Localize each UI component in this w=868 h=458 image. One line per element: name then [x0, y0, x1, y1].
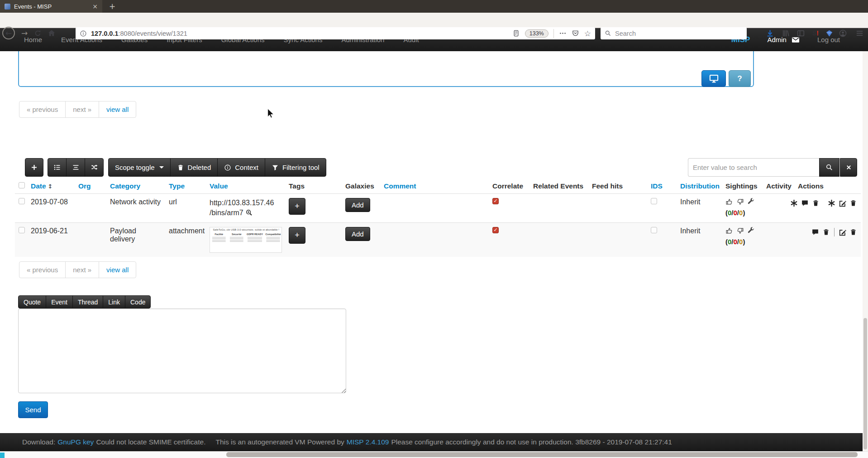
actions-cell [798, 198, 857, 207]
library-icon[interactable] [781, 29, 790, 38]
tab-title: Events - MISP [14, 3, 89, 10]
compact-view-button[interactable] [66, 158, 85, 177]
edit-icon[interactable] [839, 228, 846, 236]
comment-icon[interactable] [811, 228, 819, 236]
add-galaxy-button[interactable]: Add [345, 198, 370, 212]
search-input[interactable] [615, 30, 743, 37]
attribute-category: Payload delivery [106, 223, 165, 257]
thumbs-down-icon[interactable] [736, 227, 744, 235]
ids-checkbox[interactable] [651, 198, 657, 204]
trash-icon[interactable] [849, 199, 857, 207]
browser-tab[interactable]: Events - MISP × [0, 0, 102, 13]
shuffle-button[interactable] [85, 158, 104, 177]
forward-button[interactable]: → [19, 28, 30, 39]
previous-page-button[interactable]: « previous [19, 101, 65, 117]
scrapbook-icon[interactable]: S! [811, 29, 820, 38]
downloads-icon[interactable] [765, 29, 774, 38]
next-page-button[interactable]: next » [65, 262, 99, 278]
value-lookup-icon[interactable] [245, 209, 253, 217]
sidebar-icon[interactable] [796, 29, 805, 38]
pocket-icon[interactable] [572, 29, 579, 37]
scope-toggle-button[interactable]: Scope toggle [108, 158, 171, 177]
screenshot-button[interactable] [701, 70, 726, 87]
attribute-search-box [688, 158, 819, 177]
add-tag-button[interactable]: + [289, 227, 305, 244]
previous-page-button[interactable]: « previous [19, 262, 65, 278]
url-bar[interactable]: 127.0.0.1:8080/events/view/1321 133% ☆ [76, 27, 595, 39]
ids-checkbox[interactable] [651, 227, 657, 233]
asterisk-icon[interactable] [828, 199, 835, 207]
thumbs-up-icon[interactable] [725, 198, 733, 206]
comment-textarea-wrap [18, 309, 346, 393]
refresh-button[interactable] [33, 28, 43, 38]
edit-icon[interactable] [839, 199, 846, 207]
help-button[interactable]: ? [729, 70, 751, 87]
col-header-date[interactable]: Date↕ [27, 179, 75, 194]
attribute-search-button[interactable] [819, 158, 839, 177]
col-header-type[interactable]: Type [165, 179, 206, 194]
col-header-activity: Activity [763, 179, 794, 194]
filtering-tool-button[interactable]: Filtering tool [265, 158, 326, 177]
send-button[interactable]: Send [18, 401, 48, 418]
tab-thread[interactable]: Thread [72, 295, 103, 309]
trash-icon[interactable] [849, 228, 857, 236]
view-all-button[interactable]: view all [99, 262, 136, 278]
gnupg-key-link[interactable]: GnuPG key [57, 438, 94, 446]
row-checkbox[interactable] [19, 227, 25, 233]
firefox-search-box[interactable] [601, 27, 747, 39]
deleted-button[interactable]: Deleted [170, 158, 218, 177]
attribute-search-clear-button[interactable] [840, 158, 857, 177]
view-all-button[interactable]: view all [99, 101, 136, 117]
trash-icon[interactable] [812, 199, 820, 207]
col-header-category[interactable]: Category [106, 179, 165, 194]
col-header-correlate: Correlate [489, 179, 529, 194]
reader-mode-icon[interactable] [512, 29, 520, 37]
correlate-checkbox[interactable] [492, 227, 499, 233]
wrench-icon[interactable] [747, 198, 755, 206]
menu-icon[interactable] [855, 29, 864, 38]
add-tag-button[interactable]: + [289, 198, 305, 215]
account-icon[interactable] [838, 29, 847, 38]
attachment-thumbnail[interactable]: SafeToGo, clé USB 3.0 sécurisée, solide … [210, 227, 282, 253]
wrench-icon[interactable] [747, 227, 755, 235]
context-button[interactable]: Context [217, 158, 265, 177]
col-header-value[interactable]: Value [206, 179, 285, 194]
vertical-scrollbar-thumb[interactable] [863, 318, 867, 449]
comment-textarea[interactable] [19, 309, 346, 393]
comment-icon[interactable] [801, 199, 809, 207]
row-checkbox[interactable] [19, 198, 25, 204]
bookmark-star-icon[interactable]: ☆ [584, 29, 591, 38]
add-attribute-button[interactable] [25, 158, 43, 177]
attribute-search-input[interactable] [693, 164, 815, 171]
tab-event[interactable]: Event [46, 295, 73, 309]
site-info-icon[interactable] [80, 30, 87, 37]
col-header-distribution[interactable]: Distribution [677, 179, 722, 194]
tab-close-icon[interactable]: × [92, 3, 98, 10]
thumbs-down-icon[interactable] [736, 198, 744, 206]
col-header-ids[interactable]: IDS [647, 179, 677, 194]
col-header-comment[interactable]: Comment [380, 179, 489, 194]
horizontal-scrollbar-thumb[interactable] [226, 452, 858, 457]
new-tab-button[interactable]: + [106, 0, 119, 13]
tab-link[interactable]: Link [103, 295, 125, 309]
browser-window: Events - MISP × + ← → 127.0.0.1:8080/eve… [0, 0, 868, 458]
thumbs-up-icon[interactable] [725, 227, 733, 235]
misp-version-link[interactable]: MISP 2.4.109 [347, 438, 389, 446]
trash-icon[interactable] [822, 228, 830, 236]
tab-quote[interactable]: Quote [18, 295, 46, 309]
filter-group: Scope toggle Deleted Context Filtering t… [108, 158, 326, 177]
next-page-button[interactable]: next » [65, 101, 99, 117]
zoom-level-badge[interactable]: 133% [525, 29, 548, 38]
home-button[interactable] [47, 28, 57, 38]
back-button[interactable]: ← [2, 27, 15, 39]
extension-icon[interactable] [825, 29, 834, 38]
asterisk-icon[interactable] [790, 199, 798, 207]
tab-code[interactable]: Code [125, 295, 151, 309]
select-all-checkbox[interactable] [19, 182, 25, 188]
correlate-checkbox[interactable] [492, 198, 499, 204]
list-view-button[interactable] [48, 158, 67, 177]
col-header-related-events: Related Events [529, 179, 588, 194]
add-galaxy-button[interactable]: Add [345, 227, 370, 241]
page-actions-icon[interactable] [559, 29, 567, 37]
col-header-org[interactable]: Org [75, 179, 106, 194]
